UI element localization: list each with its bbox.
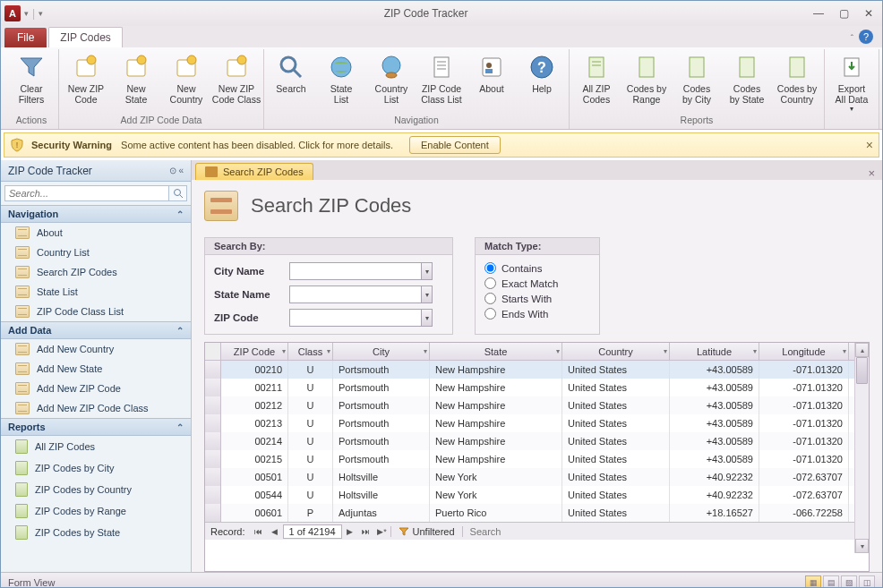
cell[interactable]: Portsmouth — [333, 396, 430, 414]
file-tab[interactable]: File — [4, 28, 47, 47]
cell[interactable] — [205, 432, 221, 450]
cell[interactable]: +43.00589 — [670, 379, 759, 396]
country-list-button[interactable]: Country List — [368, 51, 415, 107]
navpane-header[interactable]: ZIP Code Tracker ⊙ « — [1, 160, 191, 182]
about-button[interactable]: About — [468, 51, 515, 96]
codes-by-state-button[interactable]: Codes by State — [724, 51, 770, 107]
cell[interactable]: U — [288, 361, 333, 379]
next-record-button[interactable]: ▶ — [342, 524, 358, 540]
cell[interactable]: United States — [562, 396, 670, 414]
cell[interactable]: 00212 — [221, 396, 288, 414]
state-name-combo[interactable]: ▾ — [289, 285, 433, 303]
navsection-reports[interactable]: Reports⌃ — [1, 418, 191, 436]
cell[interactable]: -071.01320 — [759, 432, 849, 450]
enable-content-button[interactable]: Enable Content — [409, 136, 501, 154]
record-search-box[interactable]: Search — [462, 526, 534, 537]
col-latitude-header[interactable]: Latitude▾ — [670, 343, 759, 360]
cell[interactable]: New Hampshire — [430, 361, 562, 379]
vertical-scrollbar[interactable]: ▴ ▾ — [854, 343, 869, 553]
zip-code-input[interactable] — [290, 310, 421, 326]
ribbon-minimize-icon[interactable]: ˆ — [851, 34, 853, 44]
cell[interactable]: New Hampshire — [430, 432, 562, 450]
datasheet-view-button[interactable]: ▤ — [823, 575, 839, 589]
cell[interactable]: Portsmouth — [333, 414, 430, 432]
cell[interactable]: 00210 — [221, 361, 288, 379]
new-zip-class-button[interactable]: New ZIP Code Class — [213, 51, 260, 107]
clear-filters-button[interactable]: Clear Filters — [8, 51, 55, 107]
nav-item[interactable]: Add New ZIP Code Class — [1, 398, 191, 418]
cell[interactable]: United States — [562, 432, 670, 450]
cell[interactable]: U — [288, 379, 333, 396]
cell[interactable]: Portsmouth — [333, 379, 430, 396]
cell[interactable]: United States — [562, 486, 670, 504]
cell[interactable]: United States — [562, 379, 670, 396]
cell[interactable] — [205, 379, 221, 396]
cell[interactable]: New Hampshire — [430, 414, 562, 432]
nav-item[interactable]: ZIP Codes by State — [1, 522, 191, 543]
cell[interactable]: -071.01320 — [759, 414, 849, 432]
cell[interactable]: Portsmouth — [333, 432, 430, 450]
col-country-header[interactable]: Country▾ — [562, 343, 670, 360]
table-row[interactable]: 00544UHoltsvilleNew YorkUnited States+40… — [205, 486, 869, 504]
form-view-button[interactable]: ▦ — [805, 575, 821, 589]
codes-by-country-button[interactable]: Codes by Country — [774, 51, 820, 107]
nav-item[interactable]: ZIP Codes by City — [1, 457, 191, 479]
security-message[interactable]: Some active content has been disabled. C… — [121, 140, 393, 150]
navpane-search-input[interactable] — [4, 185, 169, 201]
cell[interactable]: U — [288, 414, 333, 432]
document-tab-close-icon[interactable]: × — [861, 166, 882, 180]
match-option[interactable]: Ends With — [484, 308, 590, 320]
cell[interactable]: New Hampshire — [430, 396, 562, 414]
all-zip-codes-report-button[interactable]: All ZIP Codes — [573, 51, 620, 107]
dropdown-icon[interactable]: ▾ — [421, 310, 432, 326]
match-radio[interactable] — [484, 262, 496, 274]
cell[interactable]: +43.00589 — [670, 450, 759, 468]
cell[interactable]: +40.92232 — [670, 486, 759, 504]
city-name-input[interactable] — [290, 263, 421, 279]
cell[interactable]: +18.16527 — [670, 504, 759, 522]
cell[interactable]: Adjuntas — [333, 504, 430, 522]
table-row[interactable]: 00601PAdjuntasPuerto RicoUnited States+1… — [205, 504, 869, 522]
cell[interactable]: +43.00589 — [670, 396, 759, 414]
nav-item[interactable]: Add New Country — [1, 339, 191, 359]
cell[interactable]: New York — [430, 486, 562, 504]
table-row[interactable]: 00215UPortsmouthNew HampshireUnited Stat… — [205, 450, 869, 468]
export-all-data-button[interactable]: Export All Data▾ — [828, 51, 875, 115]
cell[interactable]: U — [288, 450, 333, 468]
minimize-button[interactable]: — — [809, 6, 828, 21]
dropdown-icon[interactable]: ▾ — [421, 263, 432, 279]
cell[interactable] — [205, 486, 221, 504]
help-button[interactable]: ?Help — [519, 51, 565, 96]
cell[interactable]: U — [288, 396, 333, 414]
cell[interactable]: United States — [562, 450, 670, 468]
zip-code-combo[interactable]: ▾ — [289, 309, 433, 327]
new-country-button[interactable]: New Country — [163, 51, 210, 107]
cell[interactable]: +43.00589 — [670, 361, 759, 379]
nav-item[interactable]: Add New ZIP Code — [1, 379, 191, 398]
cell[interactable]: P — [288, 504, 333, 522]
col-city-header[interactable]: City▾ — [333, 343, 430, 360]
document-tab-search-zip[interactable]: Search ZIP Codes — [195, 163, 313, 180]
col-longitude-header[interactable]: Longitude▾ — [759, 343, 849, 360]
cell[interactable] — [205, 450, 221, 468]
cell[interactable]: -072.63707 — [759, 486, 849, 504]
table-row[interactable]: 00213UPortsmouthNew HampshireUnited Stat… — [205, 414, 869, 432]
match-radio[interactable] — [484, 277, 496, 289]
table-row[interactable]: 00214UPortsmouthNew HampshireUnited Stat… — [205, 432, 869, 450]
col-state-header[interactable]: State▾ — [430, 343, 562, 360]
zip-codes-tab[interactable]: ZIP Codes — [48, 27, 122, 47]
last-record-button[interactable]: ⏭ — [358, 524, 374, 540]
close-button[interactable]: ✕ — [859, 6, 879, 21]
cell[interactable]: New Hampshire — [430, 379, 562, 396]
col-class-header[interactable]: Class▾ — [288, 343, 333, 360]
col-zip-header[interactable]: ZIP Code▾ — [221, 343, 288, 360]
cell[interactable]: +43.00589 — [670, 414, 759, 432]
cell[interactable]: United States — [562, 361, 670, 379]
navsection-add-data[interactable]: Add Data⌃ — [1, 321, 191, 339]
match-option[interactable]: Starts With — [484, 293, 590, 304]
scroll-up-icon[interactable]: ▴ — [855, 343, 869, 357]
cell[interactable]: 00215 — [221, 450, 288, 468]
table-row[interactable]: 00210UPortsmouthNew HampshireUnited Stat… — [205, 361, 869, 379]
class-list-button[interactable]: ZIP Code Class List — [418, 51, 465, 107]
new-zip-code-button[interactable]: New ZIP Code — [63, 51, 109, 107]
